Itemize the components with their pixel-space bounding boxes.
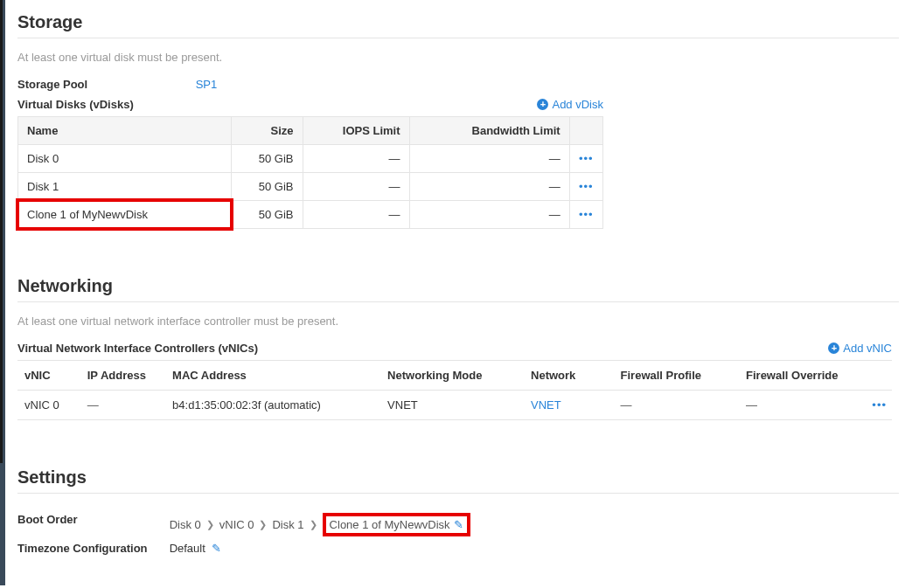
vnic-mac: b4:d1:35:00:02:3f (automatic) bbox=[165, 391, 380, 420]
row-actions-button[interactable]: ••• bbox=[865, 391, 892, 420]
vnic-name: vNIC 0 bbox=[17, 391, 80, 420]
vnic-ov: — bbox=[739, 391, 864, 420]
col-fw: Firewall Profile bbox=[614, 361, 739, 391]
vdisk-size: 50 GiB bbox=[232, 201, 303, 229]
vdisk-name: Disk 0 bbox=[18, 145, 232, 173]
chevron-right-icon: ❯ bbox=[206, 519, 214, 530]
vdisk-bw: — bbox=[409, 201, 569, 229]
col-actions bbox=[569, 117, 602, 145]
add-vdisk-button[interactable]: + Add vDisk bbox=[537, 98, 603, 111]
vdisk-name: Disk 1 bbox=[18, 173, 232, 201]
storage-pool-label: Storage Pool bbox=[17, 78, 192, 91]
divider bbox=[17, 38, 899, 38]
boot-item: Disk 0 bbox=[170, 518, 201, 531]
boot-order-label: Boot Order bbox=[17, 513, 166, 526]
col-vnic: vNIC bbox=[17, 361, 80, 391]
col-net: Network bbox=[524, 361, 613, 391]
add-vnic-button[interactable]: + Add vNIC bbox=[828, 342, 892, 355]
col-size: Size bbox=[232, 117, 303, 145]
vdisk-name-text: Clone 1 of MyNewvDisk bbox=[27, 208, 148, 221]
col-mac: MAC Address bbox=[165, 361, 380, 391]
vnics-table: vNIC IP Address MAC Address Networking M… bbox=[17, 360, 892, 420]
page-content: Storage At least one virtual disk must b… bbox=[17, 0, 909, 578]
table-row: vNIC 0 — b4:d1:35:00:02:3f (automatic) V… bbox=[17, 391, 892, 420]
vdisk-iops: — bbox=[303, 145, 409, 173]
storage-heading: Storage bbox=[17, 12, 899, 32]
vdisk-size: 50 GiB bbox=[232, 173, 303, 201]
vdisk-bw: — bbox=[409, 145, 569, 173]
col-bw: Bandwidth Limit bbox=[409, 117, 569, 145]
highlight-box: Clone 1 of MyNewvDisk ✎ bbox=[323, 513, 470, 536]
vdisks-table: Name Size IOPS Limit Bandwidth Limit Dis… bbox=[17, 116, 603, 229]
row-actions-button[interactable]: ••• bbox=[569, 201, 602, 229]
settings-heading: Settings bbox=[17, 467, 899, 488]
row-actions-button[interactable]: ••• bbox=[569, 173, 602, 201]
col-iops: IOPS Limit bbox=[303, 117, 409, 145]
timezone-value: Default bbox=[170, 542, 205, 555]
storage-helper: At least one virtual disk must be presen… bbox=[17, 51, 899, 64]
chevron-right-icon: ❯ bbox=[259, 519, 267, 530]
vnic-network-link[interactable]: VNET bbox=[531, 398, 561, 412]
divider bbox=[17, 493, 899, 494]
table-row: Disk 0 50 GiB — — ••• bbox=[18, 145, 603, 173]
timezone-label: Timezone Configuration bbox=[17, 542, 166, 555]
vdisk-bw: — bbox=[409, 173, 569, 201]
col-mode: Networking Mode bbox=[380, 361, 524, 391]
boot-item: vNIC 0 bbox=[219, 518, 254, 531]
vdisk-iops: — bbox=[303, 201, 409, 229]
vdisk-name: Clone 1 of MyNewvDisk bbox=[18, 201, 232, 229]
add-vnic-label: Add vNIC bbox=[843, 342, 892, 355]
vdisk-size: 50 GiB bbox=[232, 145, 303, 173]
col-ov: Firewall Override bbox=[739, 361, 864, 391]
vnics-label: Virtual Network Interface Controllers (v… bbox=[17, 342, 258, 355]
vnic-fw: — bbox=[614, 391, 739, 420]
edit-boot-order-button[interactable]: ✎ bbox=[454, 518, 463, 531]
col-ip: IP Address bbox=[80, 361, 165, 391]
networking-helper: At least one virtual network interface c… bbox=[17, 315, 899, 328]
boot-item: Disk 1 bbox=[272, 518, 303, 531]
plus-circle-icon: + bbox=[537, 99, 548, 110]
col-name: Name bbox=[18, 117, 232, 145]
plus-circle-icon: + bbox=[828, 342, 839, 354]
vnic-mode: VNET bbox=[380, 391, 524, 420]
vdisks-label: Virtual Disks (vDisks) bbox=[17, 98, 134, 111]
divider bbox=[17, 301, 899, 302]
table-row: Disk 1 50 GiB — — ••• bbox=[18, 173, 603, 201]
networking-heading: Networking bbox=[17, 276, 899, 296]
storage-pool-link[interactable]: SP1 bbox=[196, 78, 218, 91]
vnic-ip: — bbox=[80, 391, 165, 420]
left-rail-dark bbox=[0, 0, 3, 463]
table-row: Clone 1 of MyNewvDisk 50 GiB — — ••• bbox=[18, 201, 603, 229]
storage-pool-row: Storage Pool SP1 bbox=[17, 78, 899, 91]
vdisk-iops: — bbox=[303, 173, 409, 201]
chevron-right-icon: ❯ bbox=[310, 519, 317, 530]
col-actions bbox=[865, 361, 892, 391]
boot-item: Clone 1 of MyNewvDisk bbox=[330, 518, 450, 531]
boot-order-chain: Disk 0 ❯ vNIC 0 ❯ Disk 1 ❯ Clone 1 of My… bbox=[170, 513, 470, 536]
row-actions-button[interactable]: ••• bbox=[569, 145, 602, 173]
add-vdisk-label: Add vDisk bbox=[552, 98, 603, 111]
edit-timezone-button[interactable]: ✎ bbox=[212, 542, 221, 555]
